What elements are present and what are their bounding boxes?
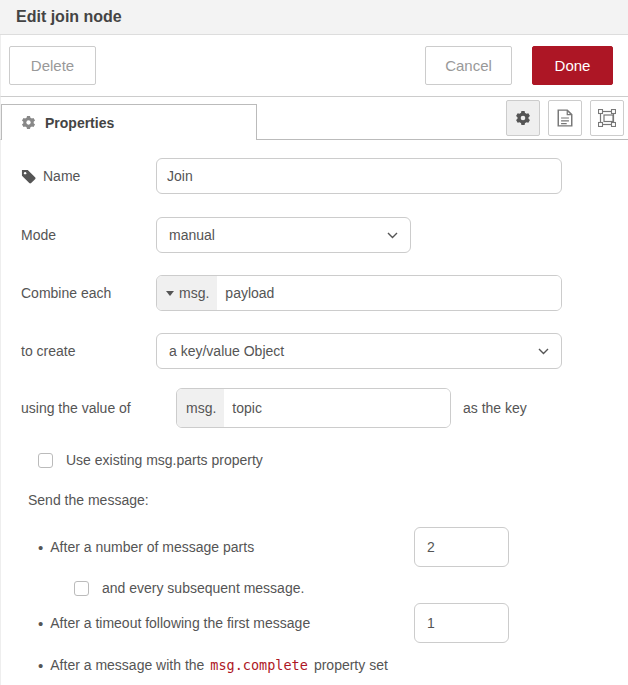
tag-icon (21, 169, 36, 184)
appearance-icon (598, 109, 616, 127)
name-row: Name (21, 158, 608, 194)
timeout-label: After a timeout following the first mess… (50, 615, 310, 631)
chevron-down-icon (387, 232, 398, 239)
complete-row: After a message with the msg.complete pr… (21, 657, 608, 673)
caret-down-icon (166, 291, 174, 296)
to-create-row: to create a key/value Object (21, 333, 608, 369)
complete-label-after: property set (314, 657, 388, 673)
delete-button[interactable]: Delete (9, 46, 96, 85)
to-create-select[interactable]: a key/value Object (156, 333, 562, 369)
gear-icon (515, 110, 531, 126)
mode-select[interactable]: manual (156, 217, 411, 253)
mode-row: Mode manual (21, 217, 608, 253)
msg-complete-code: msg.complete (210, 657, 308, 673)
edit-join-node-dialog: Edit join node Delete Cancel Done Proper… (0, 0, 628, 685)
name-input[interactable] (156, 158, 562, 194)
timeout-input[interactable] (414, 603, 509, 643)
document-icon (557, 109, 573, 127)
complete-label-before: After a message with the (50, 657, 204, 673)
count-label: After a number of message parts (50, 539, 254, 555)
done-button[interactable]: Done (532, 46, 613, 85)
subsequent-checkbox[interactable] (74, 581, 89, 596)
tab-properties-label: Properties (45, 115, 114, 131)
use-parts-label: Use existing msg.parts property (66, 452, 263, 468)
timeout-row: After a timeout following the first mess… (21, 602, 608, 644)
properties-tab-button[interactable] (506, 100, 540, 136)
key-type-button[interactable]: msg. (177, 389, 224, 427)
key-row: using the value of msg. as the key (21, 388, 608, 428)
to-create-select-value: a key/value Object (169, 343, 538, 359)
description-tab-button[interactable] (548, 100, 582, 136)
count-row: After a number of message parts (21, 526, 608, 568)
count-input[interactable] (414, 527, 509, 567)
properties-form: Name Mode manual Combine each msg. (0, 140, 628, 685)
key-typed-input: msg. (176, 388, 451, 428)
key-row-suffix: as the key (463, 400, 527, 416)
dialog-toolbar: Delete Cancel Done (0, 35, 628, 97)
combine-type-label: msg. (179, 285, 209, 301)
combine-value-input[interactable] (217, 276, 561, 310)
tab-properties[interactable]: Properties (1, 104, 257, 140)
send-message-title: Send the message: (21, 492, 608, 508)
to-create-label: to create (21, 343, 156, 359)
combine-label: Combine each (21, 285, 156, 301)
subsequent-label: and every subsequent message. (102, 580, 304, 596)
name-label-col: Name (21, 168, 156, 184)
key-type-label: msg. (186, 400, 216, 416)
chevron-down-icon (538, 348, 549, 355)
use-parts-row: Use existing msg.parts property (21, 452, 608, 468)
tab-buttons (506, 100, 624, 136)
mode-select-value: manual (169, 227, 387, 243)
combine-type-button[interactable]: msg. (157, 276, 217, 310)
gear-icon (21, 115, 36, 130)
key-value-input[interactable] (224, 389, 450, 427)
appearance-tab-button[interactable] (590, 100, 624, 136)
dialog-title: Edit join node (16, 8, 122, 26)
mode-label: Mode (21, 227, 156, 243)
subsequent-row: and every subsequent message. (21, 580, 608, 596)
tab-bar: Properties (0, 97, 628, 140)
key-row-label: using the value of (21, 400, 176, 416)
combine-typed-input: msg. (156, 275, 562, 311)
name-label: Name (43, 168, 80, 184)
cancel-button[interactable]: Cancel (425, 46, 512, 85)
combine-row: Combine each msg. (21, 275, 608, 311)
use-parts-checkbox[interactable] (38, 453, 53, 468)
dialog-header: Edit join node (0, 0, 628, 35)
